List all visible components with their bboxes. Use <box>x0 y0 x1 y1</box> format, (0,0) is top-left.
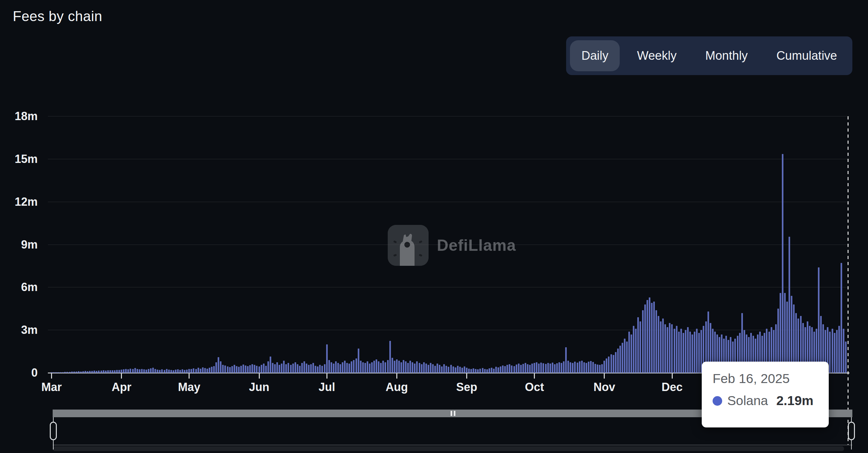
bar[interactable] <box>533 363 535 373</box>
bar[interactable] <box>261 365 262 373</box>
bar[interactable] <box>184 370 185 373</box>
bar[interactable] <box>89 371 91 373</box>
bar[interactable] <box>651 303 653 373</box>
bar[interactable] <box>421 364 423 373</box>
bar[interactable] <box>218 357 219 373</box>
bar[interactable] <box>542 363 544 373</box>
bar[interactable] <box>556 363 558 373</box>
bar[interactable] <box>579 361 581 373</box>
bar[interactable] <box>443 364 445 373</box>
bar[interactable] <box>91 371 93 373</box>
bar[interactable] <box>353 360 354 373</box>
bar[interactable] <box>215 362 217 373</box>
bar[interactable] <box>414 364 415 373</box>
bar[interactable] <box>197 368 199 373</box>
bar[interactable] <box>457 366 459 373</box>
bar[interactable] <box>468 369 470 373</box>
bar[interactable] <box>529 365 531 373</box>
bar[interactable] <box>818 267 819 373</box>
bar[interactable] <box>376 359 377 373</box>
bar[interactable] <box>272 363 274 373</box>
bar[interactable] <box>479 369 481 373</box>
bar[interactable] <box>222 365 224 373</box>
bar[interactable] <box>791 296 793 373</box>
bar[interactable] <box>405 361 407 373</box>
bar[interactable] <box>274 364 276 373</box>
bar[interactable] <box>243 365 244 373</box>
bar[interactable] <box>491 368 492 373</box>
bar[interactable] <box>409 361 411 373</box>
bar[interactable] <box>611 354 612 373</box>
bar[interactable] <box>683 333 684 373</box>
bar[interactable] <box>161 369 163 373</box>
bar[interactable] <box>279 365 280 373</box>
bar[interactable] <box>694 332 695 373</box>
bar[interactable] <box>292 364 294 373</box>
bar[interactable] <box>209 368 210 373</box>
bar[interactable] <box>464 366 465 373</box>
bar[interactable] <box>841 263 842 373</box>
bar[interactable] <box>497 367 499 373</box>
bar[interactable] <box>287 363 289 373</box>
bar[interactable] <box>229 367 231 373</box>
bar[interactable] <box>96 371 97 373</box>
bar[interactable] <box>597 365 598 373</box>
bar[interactable] <box>382 361 384 373</box>
bar[interactable] <box>73 371 75 373</box>
bar[interactable] <box>85 371 86 373</box>
bar[interactable] <box>439 365 440 373</box>
bar[interactable] <box>200 369 202 373</box>
bar[interactable] <box>502 365 503 373</box>
bar[interactable] <box>608 357 610 373</box>
bar[interactable] <box>247 366 249 373</box>
bar[interactable] <box>238 367 240 373</box>
bar[interactable] <box>834 333 835 373</box>
bar[interactable] <box>304 361 305 373</box>
bar[interactable] <box>294 362 296 373</box>
bar[interactable] <box>168 370 170 373</box>
bar[interactable] <box>384 362 386 373</box>
bar[interactable] <box>592 362 594 373</box>
bar[interactable] <box>360 361 362 373</box>
bar[interactable] <box>843 329 844 373</box>
bar[interactable] <box>392 358 393 373</box>
bar[interactable] <box>331 362 332 373</box>
bar[interactable] <box>204 368 206 373</box>
bar[interactable] <box>563 361 564 373</box>
bar[interactable] <box>619 346 621 373</box>
bar[interactable] <box>387 360 389 373</box>
bar[interactable] <box>536 362 537 373</box>
bar[interactable] <box>455 367 456 373</box>
bar[interactable] <box>154 369 156 373</box>
bar[interactable] <box>552 363 553 373</box>
bar[interactable] <box>606 359 607 373</box>
bar[interactable] <box>676 326 678 373</box>
bar[interactable] <box>355 359 357 373</box>
bar[interactable] <box>509 364 510 373</box>
bar[interactable] <box>254 365 255 373</box>
slider-left-handle[interactable] <box>50 422 57 440</box>
bar[interactable] <box>550 364 551 373</box>
bar[interactable] <box>270 357 271 373</box>
bar[interactable] <box>53 372 55 373</box>
bar[interactable] <box>177 369 179 373</box>
bar[interactable] <box>190 369 192 373</box>
bar[interactable] <box>569 362 571 373</box>
bar[interactable] <box>671 324 673 373</box>
bar[interactable] <box>574 362 576 373</box>
bar[interactable] <box>495 367 497 373</box>
bar[interactable] <box>647 300 648 373</box>
bar[interactable] <box>150 368 152 373</box>
bar[interactable] <box>642 310 644 373</box>
bar[interactable] <box>572 363 574 373</box>
bar[interactable] <box>506 365 508 373</box>
bar[interactable] <box>658 316 659 373</box>
bar[interactable] <box>265 366 267 373</box>
bar[interactable] <box>554 364 556 373</box>
bar[interactable] <box>139 369 141 373</box>
bar[interactable] <box>520 365 522 373</box>
bar[interactable] <box>425 364 427 373</box>
bar[interactable] <box>470 369 472 373</box>
bar[interactable] <box>784 293 786 373</box>
bar[interactable] <box>263 364 265 373</box>
